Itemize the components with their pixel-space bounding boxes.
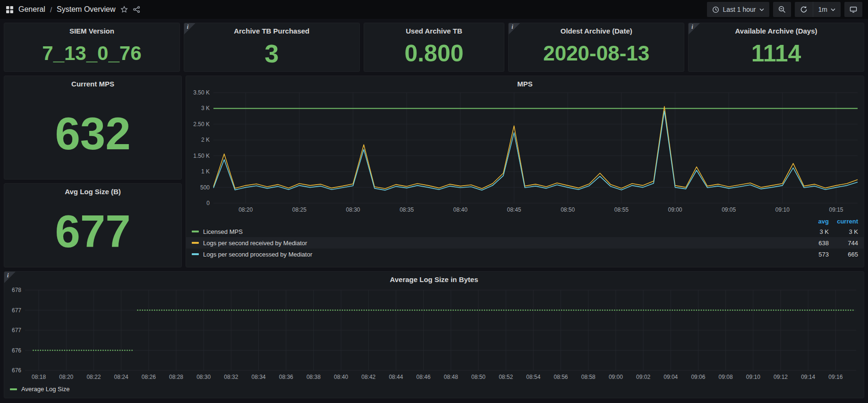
top-navbar: General / System Overview Last 1 hour — [0, 0, 868, 19]
series-name: Logs per second processed by Mediator — [203, 251, 800, 258]
refresh-button[interactable] — [795, 2, 813, 17]
svg-text:08:45: 08:45 — [507, 206, 521, 213]
svg-text:09:08: 09:08 — [719, 374, 733, 380]
svg-text:08:26: 08:26 — [142, 374, 156, 380]
legend-column-avg[interactable]: avg — [800, 218, 829, 225]
panel-title[interactable]: Available Archive (Days) — [689, 23, 864, 35]
svg-text:09:10: 09:10 — [746, 374, 760, 380]
stat-value: 0.800 — [364, 35, 504, 71]
legend-column-current[interactable]: current — [829, 218, 858, 225]
cycle-view-button[interactable] — [844, 2, 862, 17]
svg-text:08:42: 08:42 — [361, 374, 375, 380]
series-avg-value: 573 — [800, 251, 829, 258]
panel-avg-log-size-b: Avg Log Size (B) 677 — [4, 183, 182, 267]
bottom-row: i Average Log Size in Bytes 08:1808:2008… — [4, 271, 864, 398]
svg-text:2.50 K: 2.50 K — [193, 121, 210, 128]
series-color-swatch — [192, 231, 199, 232]
caret-down-icon — [759, 8, 764, 11]
svg-text:08:44: 08:44 — [389, 374, 403, 380]
dashboard-grid: SIEM Version 7_13_0_76 i Archive TB Purc… — [0, 19, 868, 402]
svg-text:08:48: 08:48 — [444, 374, 458, 380]
series-avg-value: 638 — [800, 240, 829, 247]
svg-text:09:06: 09:06 — [691, 374, 705, 380]
stat-value: 2020-08-13 — [509, 35, 684, 71]
middle-row: Current MPS 632 Avg Log Size (B) 677 MPS… — [4, 76, 864, 267]
mps-legend: avg current Licensed MPS 3 K 3 K Logs pe… — [186, 216, 864, 260]
svg-text:676: 676 — [12, 347, 21, 354]
stat-value: 1114 — [689, 35, 864, 71]
svg-text:08:20: 08:20 — [59, 374, 73, 380]
dashboard-controls: Last 1 hour 1m — [707, 2, 862, 17]
panel-available-archive-days: i Available Archive (Days) 1114 — [688, 23, 864, 72]
panel-title[interactable]: Archive TB Purchased — [184, 23, 359, 35]
svg-text:08:30: 08:30 — [196, 374, 211, 380]
svg-text:0: 0 — [206, 200, 210, 206]
legend-row-logs-processed[interactable]: Logs per second processed by Mediator 57… — [186, 249, 864, 260]
breadcrumb-folder[interactable]: General — [18, 5, 45, 14]
panel-title[interactable]: Oldest Archive (Date) — [509, 23, 684, 35]
zoom-out-button[interactable] — [773, 2, 791, 17]
svg-text:08:50: 08:50 — [561, 206, 575, 213]
stat-value: 677 — [4, 196, 181, 267]
series-avg-value: 3 K — [800, 228, 829, 235]
average-log-size-chart[interactable]: 08:1808:2008:2208:2408:2608:2808:3008:32… — [6, 284, 862, 384]
legend-row-logs-received[interactable]: Logs per second received by Mediator 638… — [186, 237, 864, 249]
svg-text:08:40: 08:40 — [453, 206, 467, 213]
panel-title[interactable]: Average Log Size in Bytes — [4, 272, 864, 283]
share-icon[interactable] — [133, 6, 140, 13]
svg-text:1.50 K: 1.50 K — [193, 153, 210, 159]
svg-text:678: 678 — [12, 287, 21, 293]
svg-text:08:32: 08:32 — [224, 374, 238, 380]
svg-text:08:20: 08:20 — [238, 206, 253, 213]
svg-text:08:54: 08:54 — [526, 374, 540, 380]
refresh-interval-dropdown[interactable]: 1m — [813, 2, 841, 17]
svg-text:08:55: 08:55 — [614, 206, 628, 213]
panel-average-log-size: i Average Log Size in Bytes 08:1808:2008… — [4, 271, 864, 398]
stat-value: 3 — [184, 35, 359, 71]
svg-text:09:12: 09:12 — [774, 374, 788, 380]
refresh-interval-label: 1m — [818, 6, 827, 13]
star-icon[interactable] — [120, 6, 128, 13]
series-name: Average Log Size — [21, 386, 69, 393]
mps-chart[interactable]: 08:2008:2508:3008:3508:4008:4508:5008:55… — [188, 89, 862, 215]
series-current-value: 744 — [829, 240, 858, 247]
series-name: Licensed MPS — [203, 228, 800, 235]
legend-row-licensed-mps[interactable]: Licensed MPS 3 K 3 K — [186, 226, 864, 237]
series-color-swatch — [192, 253, 199, 255]
series-name: Logs per second received by Mediator — [203, 240, 800, 247]
stat-value: 7_13_0_76 — [4, 35, 179, 71]
svg-text:08:35: 08:35 — [400, 206, 414, 213]
clock-icon — [712, 6, 719, 13]
svg-text:08:22: 08:22 — [86, 374, 101, 380]
panel-title[interactable]: Current MPS — [4, 76, 181, 88]
average-log-size-legend[interactable]: Average Log Size — [4, 384, 864, 393]
svg-text:09:16: 09:16 — [828, 374, 842, 380]
breadcrumb-separator: / — [50, 6, 52, 14]
breadcrumb: General / System Overview — [6, 5, 140, 14]
svg-text:676: 676 — [12, 367, 21, 374]
zoom-out-icon — [778, 6, 786, 13]
panel-title[interactable]: Avg Log Size (B) — [4, 184, 181, 196]
refresh-icon — [800, 6, 808, 13]
breadcrumb-dashboard-title[interactable]: System Overview — [57, 5, 115, 14]
legend-header: avg current — [186, 216, 864, 226]
svg-text:08:30: 08:30 — [346, 206, 360, 213]
left-stat-column: Current MPS 632 Avg Log Size (B) 677 — [4, 76, 182, 267]
svg-text:09:15: 09:15 — [829, 206, 843, 213]
svg-text:09:05: 09:05 — [722, 206, 736, 213]
svg-text:08:52: 08:52 — [499, 374, 513, 380]
panel-title[interactable]: SIEM Version — [4, 23, 179, 35]
dashboards-grid-icon[interactable] — [6, 6, 14, 14]
svg-text:08:18: 08:18 — [32, 374, 46, 380]
svg-text:3 K: 3 K — [201, 105, 209, 111]
panel-title[interactable]: Used Archive TB — [364, 23, 504, 35]
panel-used-archive-tb: Used Archive TB 0.800 — [364, 23, 505, 72]
svg-text:08:25: 08:25 — [292, 206, 306, 213]
svg-text:08:50: 08:50 — [471, 374, 485, 380]
svg-text:08:36: 08:36 — [279, 374, 293, 380]
monitor-icon — [850, 6, 857, 13]
svg-text:08:40: 08:40 — [334, 374, 348, 380]
svg-text:08:56: 08:56 — [554, 374, 568, 380]
panel-title[interactable]: MPS — [186, 76, 864, 88]
time-range-picker[interactable]: Last 1 hour — [707, 2, 769, 17]
